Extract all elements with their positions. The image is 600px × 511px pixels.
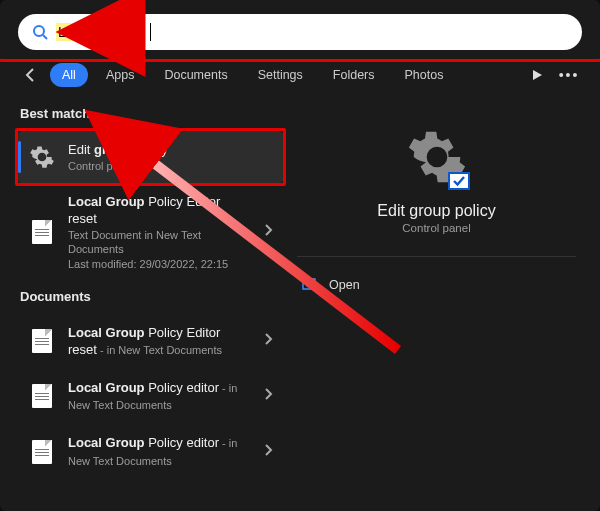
tab-settings[interactable]: Settings [246,63,315,87]
search-icon [32,24,48,40]
result-subtitle: Control panel [68,159,273,173]
svg-line-1 [43,35,47,39]
play-icon[interactable] [524,62,550,88]
selection-accent [18,141,21,173]
result-item[interactable]: Local Group Policy editor - in New Text … [18,369,283,424]
preview-subtitle: Control panel [402,222,470,234]
open-action[interactable]: Open [297,271,576,299]
gear-icon [406,126,468,188]
preview-title: Edit group policy [377,202,495,220]
document-icon [28,438,56,466]
tab-documents[interactable]: Documents [152,63,239,87]
document-icon [28,327,56,355]
result-title: Edit group policy [68,141,273,159]
chevron-right-icon [263,387,273,405]
result-item[interactable]: Local Group Policy Editor reset Text Doc… [18,183,283,281]
results-list: Best match Edit group policy Control pan… [18,98,283,503]
section-best-match: Best match [18,98,283,131]
open-label: Open [329,278,360,292]
chevron-right-icon [263,443,273,461]
tab-apps[interactable]: Apps [94,63,147,87]
result-title: Local Group Policy Editor reset - in New… [68,324,251,359]
checkmark-icon [448,172,470,190]
back-button[interactable] [18,62,44,88]
result-subtitle: Last modified: 29/03/2022, 22:15 [68,257,251,271]
result-subtitle: Text Document in New Text Documents [68,228,251,257]
result-best-match[interactable]: Edit group policy Control panel [18,131,283,183]
result-title: Local Group Policy editor - in New Text … [68,434,251,469]
document-icon [28,218,56,246]
section-documents: Documents [18,281,283,314]
result-item[interactable]: Local Group Policy Editor reset - in New… [18,314,283,369]
chevron-right-icon [263,332,273,350]
result-item[interactable]: Local Group Policy editor - in New Text … [18,424,283,479]
svg-rect-2 [303,279,313,289]
chevron-right-icon [263,223,273,241]
result-title: Local Group Policy Editor reset [68,193,251,228]
result-title: Local Group Policy editor - in New Text … [68,379,251,414]
search-query-text: Local Group [56,23,140,41]
gear-icon [28,143,56,171]
filter-tabs: All Apps Documents Settings Folders Phot… [0,58,600,94]
open-icon [301,277,317,293]
document-icon [28,382,56,410]
text-cursor [150,23,151,41]
svg-point-0 [34,26,44,36]
more-icon[interactable]: ••• [556,62,582,88]
tab-photos[interactable]: Photos [393,63,456,87]
tab-folders[interactable]: Folders [321,63,387,87]
preview-pane: Edit group policy Control panel Open [291,98,594,503]
search-input[interactable]: Local Group [18,14,582,50]
divider [297,256,576,257]
tab-all[interactable]: All [50,63,88,87]
